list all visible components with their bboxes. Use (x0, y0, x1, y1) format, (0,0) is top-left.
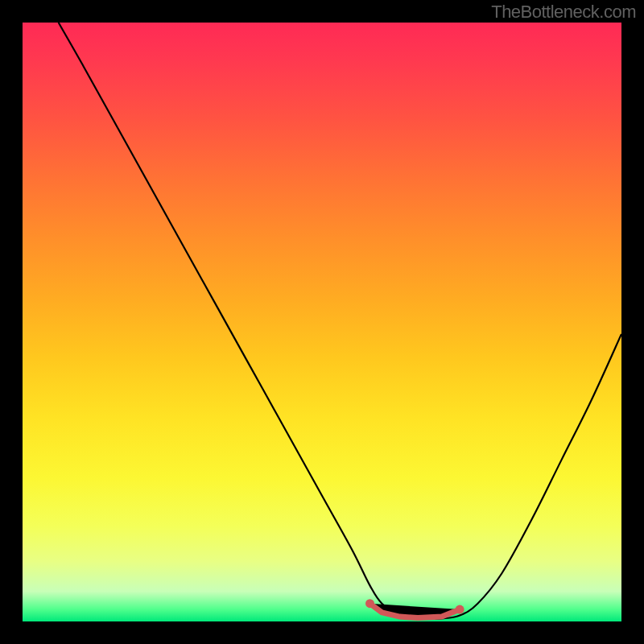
highlight-endpoint (365, 599, 374, 608)
watermark-text: TheBottleneck.com (491, 2, 636, 23)
highlight-segment (370, 604, 460, 618)
chart-plot-area (23, 23, 621, 621)
chart-curve (59, 23, 621, 619)
chart-svg (23, 23, 621, 621)
highlight-endpoint (456, 605, 464, 614)
